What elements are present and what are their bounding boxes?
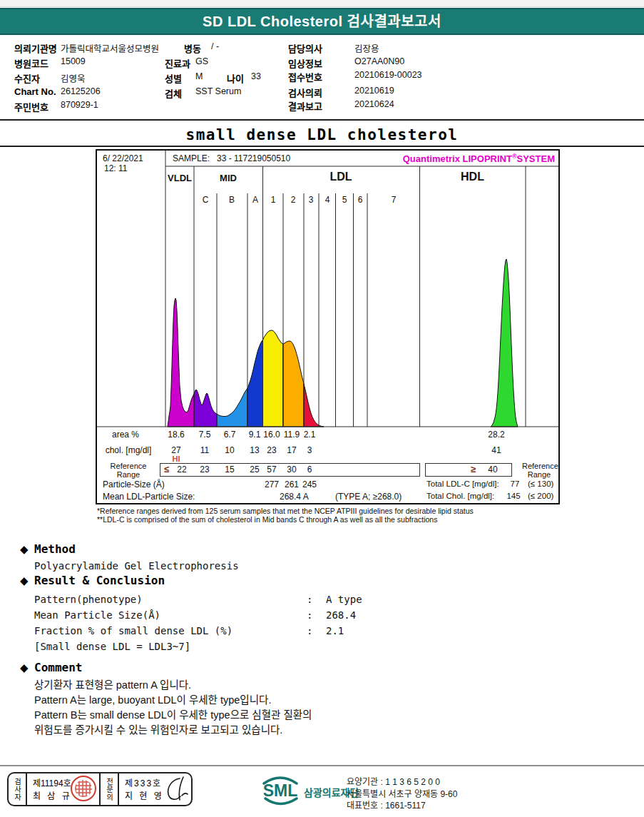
comment-line: Pattern B는 small dense LDL이 우세한 type으로 심… xyxy=(34,706,312,721)
mean-particle-criteria: (TYPE A; ≥268.0) xyxy=(335,492,402,502)
specialist-role-label: 전문의 xyxy=(104,778,115,801)
label-doctor: 담당의사 xyxy=(288,41,322,55)
ref-mid-c: 23 xyxy=(192,465,218,475)
result-row-label: Mean Particle Size(Å) xyxy=(34,609,160,621)
comment-title: Comment xyxy=(34,661,82,674)
ref-mid-b: 15 xyxy=(217,465,242,475)
signature-box: 검사자 제11194호 최 삼 규 전문의 제333호 지 현 영 xyxy=(7,772,193,806)
specialist-signature-icon xyxy=(158,775,190,805)
result-row-colon: : xyxy=(307,609,312,621)
curve-hdl xyxy=(491,259,518,427)
ref-range-label-left: Reference Range xyxy=(106,462,151,479)
sublane-label-4: 4 xyxy=(320,195,334,205)
label-dept: 진료과 xyxy=(165,56,190,70)
curve-ldl3 xyxy=(304,384,324,427)
label-clinical: 임상정보 xyxy=(288,56,322,70)
mean-particle-value: 268.4 A xyxy=(280,492,309,502)
brand-suffix: SYSTEM xyxy=(517,153,555,164)
label-report-date: 결과보고 xyxy=(288,99,322,113)
result-row-value: A type xyxy=(326,594,362,605)
label-hosp-code: 병원코드 xyxy=(14,56,48,70)
specialist-cell: 제333호 지 현 영 xyxy=(119,773,191,805)
sublane-label-1: 1 xyxy=(266,195,280,205)
examiner-license-no: 제11194호 xyxy=(33,776,71,788)
label-age: 나이 xyxy=(227,71,244,85)
result-row-value: 268.4 xyxy=(326,609,356,621)
total-ldl-value: 77 xyxy=(505,479,525,488)
footer-info-line: 서울특별시 서초구 양재동 9-60 xyxy=(347,787,457,799)
group-label-mid: MID xyxy=(194,173,262,183)
chol-vldl: 27 xyxy=(163,445,189,455)
total-chol-label: Total Chol. [mg/dl]: xyxy=(426,492,494,500)
chol-mid-c: 11 xyxy=(192,445,218,455)
label-sex: 성별 xyxy=(165,71,182,85)
sublane-label-c: C xyxy=(198,195,213,205)
particle-ldl3: 245 xyxy=(297,479,322,489)
section-title: small dense LDL cholesterol xyxy=(0,126,644,143)
curve-ldl1 xyxy=(263,330,284,427)
method-body: Polyacrylamide Gel Electrophoresis xyxy=(34,560,239,572)
value-resident-no: 870929-1 xyxy=(61,100,98,110)
curve-mid-c xyxy=(194,390,217,427)
row-label-mean-particle: Mean LDL-Particle Size: xyxy=(103,492,195,502)
specialist-license-no: 제333호 xyxy=(125,776,162,788)
total-chol-value: 145 xyxy=(502,492,525,500)
brand-name: Quantimetrix LIPOPRINT xyxy=(403,153,512,164)
value-specimen: SST Serum xyxy=(195,86,241,96)
ref-ldl3: 6 xyxy=(297,465,322,475)
value-sex: M xyxy=(195,71,203,81)
ref-hdl: 40 xyxy=(481,465,505,475)
label-resident-no: 주민번호 xyxy=(14,100,48,113)
row-label-chol: chol. [mg/dl] xyxy=(100,445,157,455)
greater-equal-icon: ≥ xyxy=(471,464,476,475)
sublane-label-6: 6 xyxy=(353,195,367,205)
total-chol-ref: (≤ 200) xyxy=(528,492,553,500)
group-label-hdl: HDL xyxy=(419,171,526,183)
curve-vldl xyxy=(168,298,194,427)
value-hosp-code: 15009 xyxy=(61,56,86,66)
diamond-bullet-icon: ◆ xyxy=(20,661,29,674)
ref-vldl: 22 xyxy=(170,465,194,475)
sublane-label-b: B xyxy=(225,195,239,205)
result-title: Result & Conclusion xyxy=(34,574,165,587)
sublane-label-a: A xyxy=(248,195,262,205)
examiner-name: 최 삼 규 xyxy=(33,789,72,801)
chol-vldl-hi-flag: HI xyxy=(168,455,184,463)
device-time: 12: 11 xyxy=(104,163,127,173)
sublane-label-5: 5 xyxy=(337,195,352,205)
brand-logo-text: Quantimetrix LIPOPRINT®SYSTEM xyxy=(403,153,555,164)
value-doctor: 김장용 xyxy=(354,41,379,55)
sml-logo-icon: SML xyxy=(260,774,301,806)
page-top-strip xyxy=(0,0,644,7)
result-row-colon: : xyxy=(307,625,312,636)
label-ward: 병동 xyxy=(184,41,201,55)
label-specimen: 검체 xyxy=(165,86,182,100)
curve-mid-a xyxy=(247,340,263,427)
lane-grid xyxy=(97,151,558,427)
comment-line: 위험도를 증가시킬 수 있는 위험인자로 보고되고 있습니다. xyxy=(34,721,282,736)
area-vldl: 18.6 xyxy=(163,430,189,440)
diamond-bullet-icon: ◆ xyxy=(20,574,29,587)
specialist-role-cell: 전문의 xyxy=(101,773,119,805)
examiner-cell: 제11194호 최 삼 규 xyxy=(27,773,101,805)
result-row-value: 2.1 xyxy=(326,625,344,636)
chart-footnote-1: *Reference ranges derived from 125 serum… xyxy=(97,507,474,515)
examiner-role-cell: 검사자 xyxy=(9,773,27,805)
chol-mid-b: 10 xyxy=(217,445,242,455)
sublane-label-2: 2 xyxy=(286,195,300,205)
value-chart-no: 26125206 xyxy=(61,86,101,96)
footer-info-line: 대표번호 : 1661-5117 xyxy=(347,798,426,811)
report-page: SD LDL Cholesterol 검사결과보고서 의뢰기관명 가톨릭대학교서… xyxy=(0,0,644,817)
report-title-bar: SD LDL Cholesterol 검사결과보고서 xyxy=(0,8,644,35)
sample-label: SAMPLE: xyxy=(173,153,210,163)
label-request-date: 검사의뢰 xyxy=(288,86,322,99)
curve-mid-b xyxy=(217,388,247,427)
value-request-date: 20210619 xyxy=(354,86,394,96)
footer-divider xyxy=(0,765,644,766)
value-age: 33 xyxy=(251,71,261,81)
examiner-seal-stamp-icon xyxy=(71,776,96,801)
result-row-label: Pattern(phenotype) xyxy=(34,594,143,605)
value-clinical: O27AA0N90 xyxy=(354,56,404,66)
area-hdl: 28.2 xyxy=(484,430,509,440)
value-dept: GS xyxy=(195,56,208,66)
